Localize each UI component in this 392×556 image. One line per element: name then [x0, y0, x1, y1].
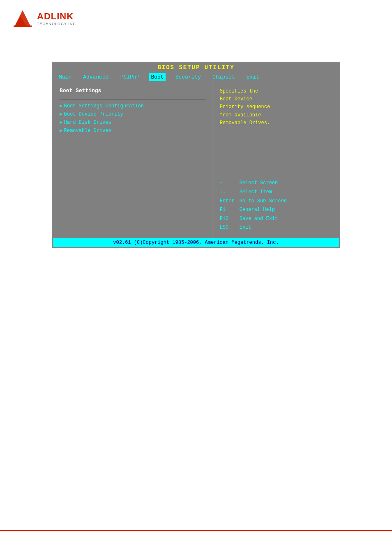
- menu-pciPnP[interactable]: PCIPnP: [119, 73, 141, 81]
- bios-container: BIOS SETUP UTILITY Main Advanced PCIPnP …: [52, 62, 340, 248]
- key-hint-enter: Enter Go to Sub Screen: [220, 197, 332, 206]
- key-f1-label: F1: [220, 206, 236, 215]
- arrow-boot-settings-config: ►: [60, 104, 62, 109]
- arrow-boot-device-priority: ►: [60, 112, 62, 117]
- key-hint-f10: F10 Save and Exit: [220, 215, 332, 224]
- key-esc-desc: Exit: [240, 223, 251, 232]
- svg-rect-2: [14, 25, 32, 27]
- bios-title: BIOS SETUP UTILITY: [157, 64, 234, 71]
- key-enter-desc: Go to Sub Screen: [240, 197, 287, 206]
- help-line-4: from available: [220, 111, 332, 119]
- key-updown-desc: Select Item: [240, 188, 272, 197]
- key-arrows-desc: Select Screen: [240, 179, 278, 188]
- logo-area: ADLINK TECHNOLOGY INC.: [0, 0, 392, 37]
- key-esc-label: ESC: [220, 223, 236, 232]
- adlink-logo-icon: [12, 8, 33, 29]
- help-line-3: Priority sequence: [220, 103, 332, 111]
- help-line-5: Removable Drives.: [220, 119, 332, 127]
- bios-footer: v02.61 (C)Copyright 1985-2006, American …: [53, 238, 339, 247]
- entry-boot-settings-config[interactable]: ► Boot Settings Configuration: [60, 103, 206, 109]
- entry-label-removable-drives: Removable Drives: [64, 128, 111, 134]
- key-f10-desc: Save and Exit: [240, 215, 278, 224]
- key-hints-block: ← Select Screen ↑↓ Select Item Enter Go …: [220, 179, 332, 232]
- menu-main[interactable]: Main: [57, 73, 73, 81]
- help-line-2: Boot Device: [220, 95, 332, 103]
- menu-boot[interactable]: Boot: [149, 73, 165, 81]
- bottom-bar: [0, 530, 392, 531]
- key-updown-label: ↑↓: [220, 188, 236, 197]
- key-f10-label: F10: [220, 215, 236, 224]
- bios-right-panel: Specifies the Boot Device Priority seque…: [213, 82, 339, 238]
- entry-label-boot-device-priority: Boot Device Priority: [64, 111, 123, 117]
- bios-menu-bar: Main Advanced PCIPnP Boot Security Chips…: [53, 72, 339, 82]
- help-line-1: Specifies the: [220, 88, 332, 95]
- arrow-hard-disk-drives: ►: [60, 120, 62, 125]
- key-hint-updown: ↑↓ Select Item: [220, 188, 332, 197]
- menu-exit[interactable]: Exit: [245, 73, 261, 81]
- section-title: Boot Settings: [60, 88, 206, 94]
- entry-boot-device-priority[interactable]: ► Boot Device Priority: [60, 111, 206, 117]
- bios-footer-text: v02.61 (C)Copyright 1985-2006, American …: [113, 240, 279, 246]
- key-hint-esc: ESC Exit: [220, 223, 332, 232]
- menu-security[interactable]: Security: [174, 73, 203, 81]
- entry-label-hard-disk-drives: Hard Disk Drives: [64, 120, 111, 125]
- bios-title-bar: BIOS SETUP UTILITY: [53, 63, 339, 72]
- menu-chipset[interactable]: Chipset: [211, 73, 237, 81]
- bios-left-panel: Boot Settings ► Boot Settings Configurat…: [53, 82, 213, 238]
- entry-removable-drives[interactable]: ► Removable Drives: [60, 128, 206, 134]
- logo-brand: ADLINK: [37, 11, 77, 22]
- key-f1-desc: General Help: [240, 206, 275, 215]
- help-text-block: Specifies the Boot Device Priority seque…: [220, 88, 332, 127]
- arrow-removable-drives: ►: [60, 128, 62, 133]
- bios-main-content: Boot Settings ► Boot Settings Configurat…: [53, 82, 339, 238]
- key-enter-label: Enter: [220, 197, 236, 206]
- entry-label-boot-settings-config: Boot Settings Configuration: [64, 103, 144, 109]
- menu-advanced[interactable]: Advanced: [81, 73, 110, 81]
- key-arrows-label: ←: [220, 179, 236, 188]
- logo-subtitle: TECHNOLOGY INC.: [37, 22, 77, 26]
- logo-text: ADLINK TECHNOLOGY INC.: [37, 11, 77, 26]
- separator-1: [60, 100, 206, 100]
- key-hint-f1: F1 General Help: [220, 206, 332, 215]
- key-hint-arrows: ← Select Screen: [220, 179, 332, 188]
- entry-hard-disk-drives[interactable]: ► Hard Disk Drives: [60, 120, 206, 125]
